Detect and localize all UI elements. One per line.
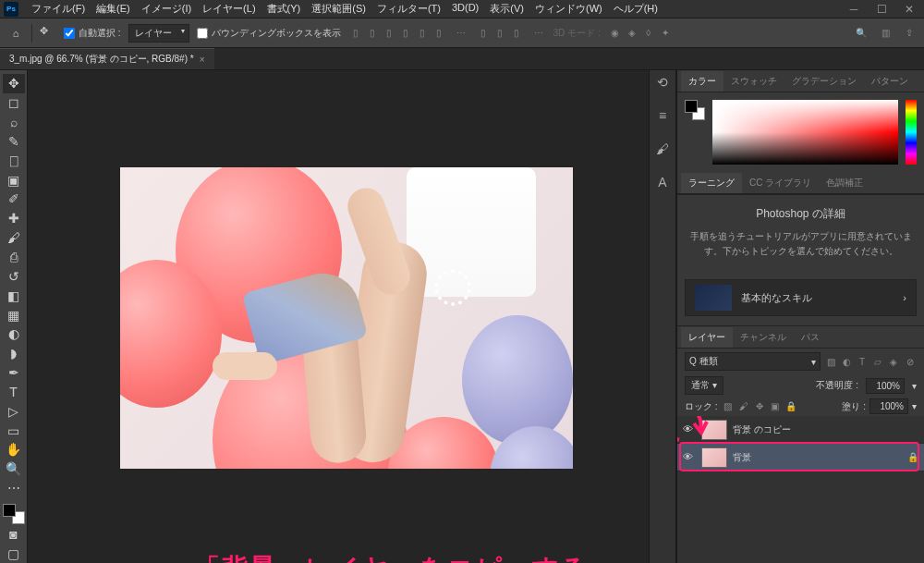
workspace-icon[interactable]: ▥ bbox=[878, 26, 893, 41]
move-tool[interactable]: ✥ bbox=[3, 74, 25, 93]
menu-item[interactable]: フィルター(T) bbox=[371, 0, 446, 18]
menu-item[interactable]: 3D(D) bbox=[446, 0, 484, 18]
menu-item[interactable]: 書式(Y) bbox=[261, 0, 307, 18]
panel-tab[interactable]: 色調補正 bbox=[819, 173, 870, 193]
visibility-icon[interactable]: 👁 bbox=[683, 451, 696, 464]
bounding-box-checkbox[interactable]: バウンディングボックスを表示 bbox=[197, 27, 341, 40]
minimize-button[interactable]: ─ bbox=[843, 2, 865, 17]
hand-tool[interactable]: ✋ bbox=[3, 440, 25, 459]
menu-item[interactable]: ヘルプ(H) bbox=[608, 0, 663, 18]
close-button[interactable]: ✕ bbox=[898, 2, 920, 17]
fill-input[interactable]: 100% bbox=[869, 398, 908, 414]
more-icon[interactable]: ⋯ bbox=[531, 26, 546, 41]
lock-all-icon[interactable]: 🔒 bbox=[784, 400, 797, 413]
hue-slider[interactable] bbox=[906, 100, 917, 165]
share-icon[interactable]: ⇪ bbox=[902, 26, 917, 41]
skill-card[interactable]: 基本的なスキル › bbox=[685, 279, 917, 316]
menu-item[interactable]: ウィンドウ(W) bbox=[529, 0, 608, 18]
character-icon[interactable]: A bbox=[654, 174, 671, 190]
pen-tool[interactable]: ✒ bbox=[3, 363, 25, 383]
menu-item[interactable]: イメージ(I) bbox=[136, 0, 197, 18]
close-tab-icon[interactable]: × bbox=[200, 55, 205, 65]
history-icon[interactable]: ⟲ bbox=[654, 74, 671, 91]
filter-shape-icon[interactable]: ▱ bbox=[871, 355, 884, 368]
panel-tab[interactable]: ラーニング bbox=[681, 173, 742, 193]
align-icon[interactable]: ▯ bbox=[365, 26, 380, 41]
shape-tool[interactable]: ▭ bbox=[3, 421, 25, 440]
stamp-tool[interactable]: ⎙ bbox=[3, 248, 25, 267]
mode3d-icon[interactable]: ◊ bbox=[641, 26, 656, 41]
panel-tab[interactable]: スウォッチ bbox=[723, 71, 784, 92]
filter-toggle[interactable]: ⊘ bbox=[904, 355, 917, 368]
filter-pixel-icon[interactable]: ▨ bbox=[824, 355, 837, 368]
panel-tab[interactable]: チャンネル bbox=[733, 327, 794, 348]
auto-select-checkbox[interactable]: 自動選択 : bbox=[64, 27, 121, 40]
menu-item[interactable]: 表示(V) bbox=[484, 0, 529, 18]
color-swatches[interactable] bbox=[3, 504, 25, 525]
crop-tool[interactable]: ⎕ bbox=[3, 151, 25, 170]
visibility-icon[interactable]: 👁 bbox=[683, 423, 696, 436]
distribute-icon[interactable]: ▯ bbox=[492, 26, 507, 41]
align-icon[interactable]: ▯ bbox=[398, 26, 413, 41]
quickmask-tool[interactable]: ◙ bbox=[3, 524, 25, 544]
mode3d-icon[interactable]: ◉ bbox=[608, 26, 623, 41]
home-icon[interactable]: ⌂ bbox=[7, 25, 24, 42]
menu-item[interactable]: 選択範囲(S) bbox=[306, 0, 371, 18]
frame-tool[interactable]: ▣ bbox=[3, 170, 25, 190]
menu-item[interactable]: ファイル(F) bbox=[26, 0, 91, 18]
filter-adjust-icon[interactable]: ◐ bbox=[840, 355, 853, 368]
layer-name[interactable]: 背景 bbox=[733, 451, 902, 464]
lock-position-icon[interactable]: ✥ bbox=[753, 400, 766, 413]
opacity-input[interactable]: 100% bbox=[866, 378, 905, 394]
dodge-tool[interactable]: ◗ bbox=[3, 344, 25, 363]
search-icon[interactable]: 🔍 bbox=[854, 26, 869, 41]
layer-row[interactable]: 👁 背景 🔒 bbox=[677, 444, 924, 471]
panel-tab[interactable]: パターン bbox=[864, 71, 916, 92]
layer-thumbnail[interactable] bbox=[701, 447, 727, 468]
menu-item[interactable]: レイヤー(L) bbox=[197, 0, 261, 18]
layer-row[interactable]: 👁 背景 のコピー bbox=[677, 416, 924, 444]
distribute-icon[interactable]: ▯ bbox=[509, 26, 524, 41]
align-icon[interactable]: ▯ bbox=[415, 26, 430, 41]
maximize-button[interactable]: ☐ bbox=[870, 2, 893, 17]
screenmode-tool[interactable]: ▢ bbox=[3, 544, 25, 563]
quick-select-tool[interactable]: ✎ bbox=[3, 132, 25, 152]
history-brush-tool[interactable]: ↺ bbox=[3, 266, 25, 286]
color-picker[interactable] bbox=[712, 100, 898, 165]
panel-tab[interactable]: レイヤー bbox=[681, 327, 733, 348]
heal-tool[interactable]: ✚ bbox=[3, 209, 25, 228]
blend-mode-dropdown[interactable]: 通常 ▾ bbox=[685, 376, 723, 395]
gradient-tool[interactable]: ▦ bbox=[3, 305, 25, 324]
type-tool[interactable]: T bbox=[3, 383, 25, 402]
layer-kind-dropdown[interactable]: Q 種類▾ bbox=[685, 352, 821, 371]
align-icon[interactable]: ▯ bbox=[432, 26, 446, 41]
document-tab[interactable]: 3_m.jpg @ 66.7% (背景 のコピー, RGB/8#) * × bbox=[0, 48, 214, 69]
mode3d-icon[interactable]: ◈ bbox=[625, 26, 639, 41]
filter-smart-icon[interactable]: ◈ bbox=[887, 355, 900, 368]
marquee-tool[interactable]: ◻ bbox=[3, 93, 25, 113]
lasso-tool[interactable]: ⌕ bbox=[3, 113, 25, 132]
panel-tab[interactable]: パス bbox=[794, 327, 827, 348]
brushes-icon[interactable]: 🖌 bbox=[654, 141, 671, 157]
canvas-area[interactable]: 「背景」レイヤーをコピーする bbox=[28, 70, 649, 563]
align-icon[interactable]: ▯ bbox=[382, 26, 396, 41]
panel-tab[interactable]: グラデーション bbox=[784, 71, 864, 92]
properties-icon[interactable]: ≡ bbox=[654, 107, 671, 124]
lock-pixels-icon[interactable]: 🖌 bbox=[737, 400, 750, 413]
path-tool[interactable]: ▷ bbox=[3, 401, 25, 421]
mode3d-icon[interactable]: ✦ bbox=[658, 26, 673, 41]
eyedropper-tool[interactable]: ✐ bbox=[3, 190, 25, 209]
filter-type-icon[interactable]: T bbox=[856, 355, 869, 368]
edit-toolbar[interactable]: ⋯ bbox=[3, 479, 25, 498]
document-canvas[interactable] bbox=[120, 167, 573, 469]
panel-tab[interactable]: カラー bbox=[681, 71, 723, 92]
distribute-icon[interactable]: ▯ bbox=[476, 26, 491, 41]
blur-tool[interactable]: ◐ bbox=[3, 324, 25, 344]
color-fgbg[interactable] bbox=[685, 100, 705, 120]
menu-item[interactable]: 編集(E) bbox=[91, 0, 136, 18]
layer-name[interactable]: 背景 のコピー bbox=[733, 423, 918, 436]
more-icon[interactable]: ⋯ bbox=[454, 26, 468, 41]
lock-artboard-icon[interactable]: ▣ bbox=[769, 400, 782, 413]
zoom-tool[interactable]: 🔍 bbox=[3, 459, 25, 479]
lock-transparent-icon[interactable]: ▨ bbox=[722, 400, 735, 413]
